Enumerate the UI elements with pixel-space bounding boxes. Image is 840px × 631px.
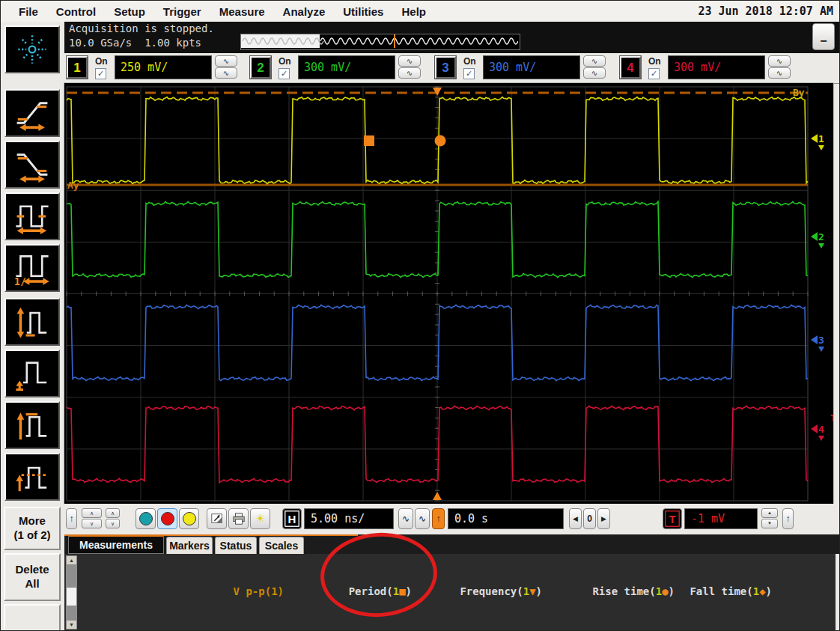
measurement-column-rise-time[interactable]: Rise time(1●) 13.751 ps 10.050 k Main [564,555,675,631]
run-button[interactable] [136,508,156,529]
acquisition-rate: 10.0 GSa/s 1.00 kpts [69,37,201,49]
scroll-up-button[interactable]: ▲ [66,555,77,565]
brightness-button[interactable]: ☀ [250,508,270,529]
position-right-button[interactable]: ▶ [597,508,610,529]
level-down-button[interactable]: ▼ [761,519,778,528]
rise-time-measure-button[interactable] [4,89,60,137]
vmax-measure-button[interactable] [4,401,60,449]
channel-2-scale[interactable]: 300 mV/ [298,55,395,79]
channel-3-vscale-down-button[interactable]: ∿ [583,67,606,79]
spin-down-button[interactable]: ∨ [106,519,120,528]
fall-time-icon [14,147,50,183]
measurement-column-period[interactable]: Period(1■) 7.520 ps 10.050 k Main [332,555,412,631]
sine-icon: ∿ [591,57,597,65]
menu-help[interactable]: Help [401,5,426,18]
sine-icon: ∿ [407,57,413,65]
stop-button[interactable] [157,508,177,529]
channel-4-vscale-up-button[interactable]: ∿ [768,55,791,67]
scroll-thumb[interactable] [66,587,77,606]
v-min-icon [14,356,50,391]
panel-scrollbar[interactable]: ▲ ▼ [66,555,77,630]
channel-4-vscale-down-button[interactable]: ∿ [768,67,791,79]
horizontal-position-display[interactable]: 0.0 s [448,508,564,529]
scroll-down-button[interactable]: ▼ [66,620,77,630]
v-max-icon [14,407,50,443]
rise-time-icon [14,95,50,131]
vmin-measure-button[interactable] [4,350,60,397]
level-up-button[interactable]: ▲ [761,508,778,518]
measurement-column-fall-time[interactable]: Fall time(1◆) 17.126 ps 10.050 k Main [681,555,772,631]
menu-control[interactable]: Control [56,5,96,18]
bx-marker [435,135,446,147]
channel-3-on-checkbox[interactable]: ✓ [463,68,475,79]
menu-measure[interactable]: Measure [219,5,265,18]
channel-3-vscale-up-button[interactable]: ∿ [583,55,606,67]
channel-1-vscale-down-button[interactable]: ∿ [215,67,237,79]
channel-4-on-checkbox[interactable]: ✓ [648,68,660,79]
menu-analyze[interactable]: Analyze [283,5,326,18]
waveform-display[interactable]: AyBy1234T [64,83,833,504]
frequency-icon: 1/ [14,250,50,286]
channel-4-scale[interactable]: 300 mV/ [668,55,765,79]
channel-3-scale[interactable]: 300 mV/ [483,55,580,79]
channel-2-vscale-down-button[interactable]: ∿ [398,67,421,79]
position-zero-button[interactable]: 0 [583,508,596,529]
channel-2-button[interactable]: 2 [250,56,271,79]
fall-time-measure-button[interactable] [4,141,60,189]
tab-scales[interactable]: Scales [259,537,304,554]
single-button[interactable] [179,508,199,529]
delete-all-button[interactable]: Delete All [4,553,61,601]
trigger-slope-button[interactable]: ↑ [432,508,445,529]
channel-4-ref-label: 4 [818,424,824,435]
menu-utilities[interactable]: Utilities [343,5,383,18]
trigger-settings-button[interactable]: T [663,508,682,529]
sine-icon: ∿ [776,69,782,77]
period-measure-button[interactable] [4,192,60,240]
hscale-up-button[interactable]: ∿ [398,508,413,529]
printer-icon [232,512,246,525]
sweep-indicator-left[interactable]: ↑ [66,508,77,529]
tab-markers[interactable]: Markers [166,537,213,554]
minimize-button[interactable]: − [812,23,835,50]
acquisition-status: Acquisition is stopped. [69,22,214,34]
spin-down-button[interactable]: ∨ [82,519,102,528]
channel-2-on-checkbox[interactable]: ✓ [279,68,290,79]
tab-status[interactable]: Status [215,537,257,554]
menu-setup[interactable]: Setup [114,5,145,18]
sine-icon: ∿ [776,57,782,65]
hscale-down-button[interactable]: ∿ [415,508,430,529]
sweep-indicator-right[interactable]: ↑ [782,508,794,529]
channel-1-scale[interactable]: 250 mV/ [115,55,212,79]
spin-up-button[interactable]: ∧ [106,508,120,518]
trigger-level-display[interactable]: -1 mV [684,508,758,529]
timebase-display[interactable]: 5.00 ns/ [304,508,394,529]
by-marker-label: By [793,87,805,98]
frequency-measure-button[interactable]: 1/ [4,244,60,292]
horizontal-settings-button[interactable]: H [282,508,302,529]
channel-4-button[interactable]: 4 [620,56,641,79]
spin-up-button[interactable]: ∧ [82,508,102,518]
menu-trigger[interactable]: Trigger [163,5,201,18]
channel-1-button[interactable]: 1 [67,56,88,79]
sidebar-partial-button[interactable] [4,604,61,631]
clear-display-icon [210,512,224,525]
acquisition-position-bar[interactable] [240,34,520,50]
position-left-button[interactable]: ◀ [569,508,582,529]
brightness-icon: ☀ [255,512,265,525]
measurement-column-vpp[interactable]: V p-p(1) 4.4696 mV 10.050 k Main [171,555,284,631]
channel-3-button[interactable]: 3 [435,56,456,79]
channel-1-on-checkbox[interactable]: ✓ [95,68,106,79]
tab-measurements[interactable]: Measurements [68,534,164,554]
jitter-measure-button[interactable] [4,25,60,73]
vpp-measure-button[interactable] [4,298,60,346]
channel-2-vscale-up-button[interactable]: ∿ [398,55,421,67]
menu-file[interactable]: File [19,5,38,18]
left-arrow-icon: ◀ [573,515,578,522]
measurement-column-frequency[interactable]: Frequency(1▼) 75.193589 kHz 10.050 k Mai… [448,555,542,631]
more-measurements-button[interactable]: More (1 of 2) [4,507,61,550]
trigger-time-marker-bottom [433,492,442,500]
clear-display-button[interactable] [207,508,227,529]
vavg-measure-button[interactable] [4,453,60,501]
channel-1-vscale-up-button[interactable]: ∿ [215,55,237,67]
print-button[interactable] [228,508,249,529]
